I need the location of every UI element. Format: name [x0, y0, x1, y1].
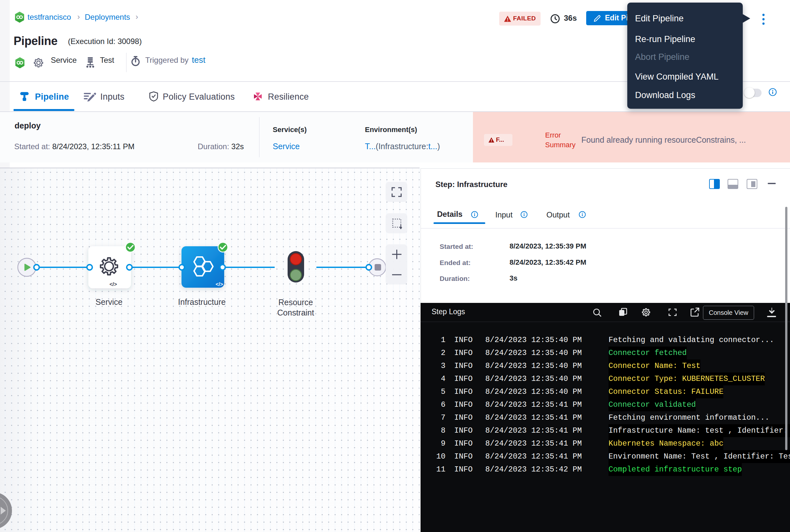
svg-text:Service: Service — [95, 298, 122, 306]
svg-text:Resource: Resource — [278, 298, 313, 307]
svg-text:</>: </> — [109, 282, 117, 287]
svg-text:Constraint: Constraint — [277, 308, 314, 317]
svg-text:Infrastructure: Infrastructure — [178, 298, 226, 306]
svg-text:</>: </> — [215, 282, 223, 287]
